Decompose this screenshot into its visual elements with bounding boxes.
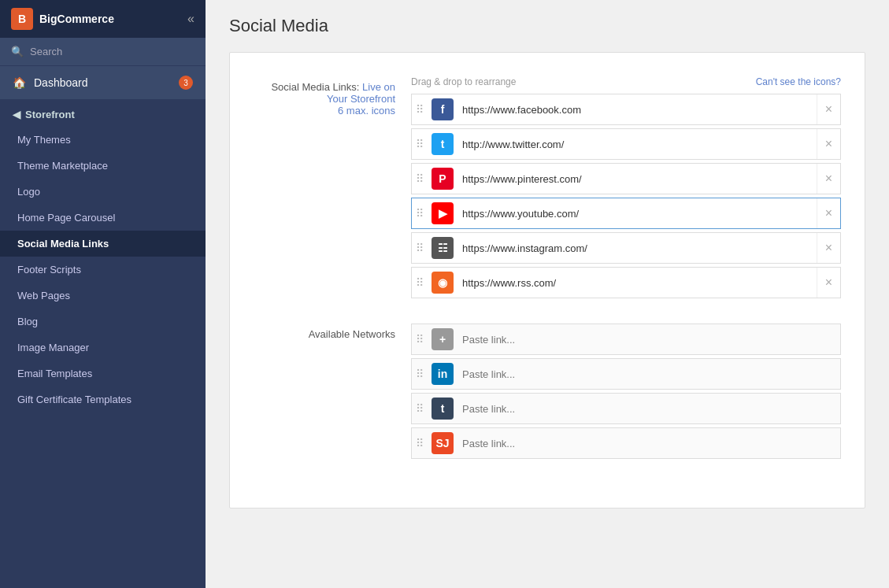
icon-box-tumblr: t [428, 394, 457, 423]
drag-handle-linkedin[interactable]: ⠿ [412, 368, 428, 380]
icon-box-instagram: ☷ [428, 233, 457, 263]
drag-handle-youtube[interactable]: ⠿ [412, 207, 428, 220]
sidebar-item-blog[interactable]: Blog [0, 309, 206, 335]
sidebar-item-footer-scripts[interactable]: Footer Scripts [0, 257, 206, 283]
dashboard-item[interactable]: 🏠 Dashboard 3 [0, 66, 206, 99]
sidebar: B BigCommerce « 🔍 🏠 Dashboard 3 ◀ Storef… [0, 0, 206, 588]
collapse-button[interactable]: « [187, 12, 194, 26]
twitter-remove-button[interactable]: × [817, 129, 840, 159]
drag-hint-row: Drag & drop to rearrange Can't see the i… [411, 76, 841, 87]
youtube-icon: ▶ [432, 202, 454, 224]
sidebar-item-home-page-carousel[interactable]: Home Page Carousel [0, 205, 206, 231]
drag-handle-tumblr[interactable]: ⠿ [412, 402, 428, 415]
social-media-links-section: Social Media Links: Live on Your Storefr… [254, 76, 841, 301]
drag-handle-rss[interactable]: ⠿ [412, 276, 428, 289]
social-media-label: Social Media Links: Live on Your Storefr… [254, 76, 411, 301]
storefront-label: Storefront [25, 109, 75, 120]
dashboard-icon: 🏠 [13, 76, 26, 89]
social-row-youtube: ⠿ ▶ × [411, 198, 841, 229]
icon-box-stumbleupon: SJ [428, 428, 457, 458]
available-row-linkedin: ⠿ in [411, 358, 841, 390]
logo-text: BigCommerce [39, 13, 114, 25]
plus-url-input[interactable] [457, 327, 840, 352]
sidebar-item-theme-marketplace[interactable]: Theme Marketplace [0, 153, 206, 179]
drag-handle-pinterest[interactable]: ⠿ [412, 172, 428, 185]
sidebar-logo: B BigCommerce [11, 8, 114, 30]
available-content: ⠿ + ⠿ in ⠿ t ⠿ SJ [411, 324, 841, 462]
icon-box-plus: + [428, 324, 457, 354]
storefront-arrow: ◀ [13, 109, 20, 120]
rss-icon: ◉ [432, 272, 454, 294]
search-bar[interactable]: 🔍 [0, 38, 206, 66]
available-row-stumbleupon: ⠿ SJ [411, 427, 841, 459]
icon-box-pinterest: P [428, 164, 457, 194]
social-links-list: ⠿ f × ⠿ t × ⠿ P × ⠿ ▶ × [411, 94, 841, 298]
youtube-remove-button[interactable]: × [817, 198, 840, 228]
main-content: Social Media Social Media Links: Live on… [206, 0, 889, 588]
social-row-instagram: ⠿ ☷ × [411, 232, 841, 264]
icon-box-facebook: f [428, 94, 457, 124]
drag-handle-plus[interactable]: ⠿ [412, 333, 428, 346]
social-row-twitter: ⠿ t × [411, 128, 841, 160]
dashboard-label: Dashboard [34, 76, 88, 89]
available-list: ⠿ + ⠿ in ⠿ t ⠿ SJ [411, 324, 841, 459]
instagram-url-input[interactable] [457, 236, 817, 261]
tumblr-icon: t [432, 398, 454, 420]
icon-box-linkedin: in [428, 359, 457, 389]
storefront-section[interactable]: ◀ Storefront [0, 99, 206, 127]
rss-remove-button[interactable]: × [817, 268, 840, 298]
stumbleupon-url-input[interactable] [457, 431, 840, 456]
sidebar-item-web-pages[interactable]: Web Pages [0, 283, 206, 309]
sidebar-item-email-templates[interactable]: Email Templates [0, 361, 206, 386]
available-row-plus: ⠿ + [411, 324, 841, 355]
social-links-content: Drag & drop to rearrange Can't see the i… [411, 76, 841, 301]
pinterest-remove-button[interactable]: × [817, 164, 840, 194]
facebook-url-input[interactable] [457, 98, 817, 122]
sidebar-item-image-manager[interactable]: Image Manager [0, 335, 206, 361]
dashboard-badge: 3 [179, 76, 193, 90]
linkedin-icon: in [432, 363, 454, 385]
twitter-icon: t [432, 133, 454, 155]
content-card: Social Media Links: Live on Your Storefr… [229, 52, 865, 508]
instagram-icon: ☷ [432, 237, 454, 259]
rss-url-input[interactable] [457, 271, 817, 295]
sidebar-item-my-themes[interactable]: My Themes [0, 127, 206, 153]
icon-box-twitter: t [428, 129, 457, 159]
sidebar-item-logo[interactable]: Logo [0, 179, 206, 205]
facebook-remove-button[interactable]: × [817, 94, 840, 124]
twitter-url-input[interactable] [457, 132, 817, 157]
search-icon: 🔍 [11, 46, 24, 57]
linkedin-url-input[interactable] [457, 362, 840, 386]
drag-handle-facebook[interactable]: ⠿ [412, 103, 428, 116]
icon-box-youtube: ▶ [428, 198, 457, 228]
nav-items: My ThemesTheme MarketplaceLogoHome Page … [0, 127, 206, 412]
drag-hint-text: Drag & drop to rearrange [411, 76, 516, 87]
available-networks-section: Available Networks ⠿ + ⠿ in ⠿ t ⠿ SJ [254, 324, 841, 462]
cant-see-link[interactable]: Can't see the icons? [756, 76, 841, 87]
drag-handle-twitter[interactable]: ⠿ [412, 138, 428, 150]
social-row-pinterest: ⠿ P × [411, 163, 841, 194]
pinterest-url-input[interactable] [457, 167, 817, 191]
logo-icon: B [11, 8, 33, 30]
available-label: Available Networks [254, 324, 411, 462]
page-title: Social Media [229, 16, 865, 36]
stumbleupon-icon: SJ [432, 432, 454, 454]
icon-box-rss: ◉ [428, 268, 457, 298]
drag-handle-instagram[interactable]: ⠿ [412, 242, 428, 254]
search-input[interactable] [30, 46, 194, 57]
drag-handle-stumbleupon[interactable]: ⠿ [412, 437, 428, 449]
sidebar-item-social-media-links[interactable]: Social Media Links [0, 231, 206, 257]
pinterest-icon: P [432, 168, 454, 190]
youtube-url-input[interactable] [457, 202, 817, 226]
sidebar-item-gift-certificate-templates[interactable]: Gift Certificate Templates [0, 386, 206, 412]
available-row-tumblr: ⠿ t [411, 393, 841, 424]
facebook-icon: f [432, 98, 454, 120]
social-row-rss: ⠿ ◉ × [411, 267, 841, 298]
sidebar-header: B BigCommerce « [0, 0, 206, 38]
instagram-remove-button[interactable]: × [817, 233, 840, 263]
plus-icon: + [432, 328, 454, 350]
social-row-facebook: ⠿ f × [411, 94, 841, 125]
tumblr-url-input[interactable] [457, 397, 840, 421]
